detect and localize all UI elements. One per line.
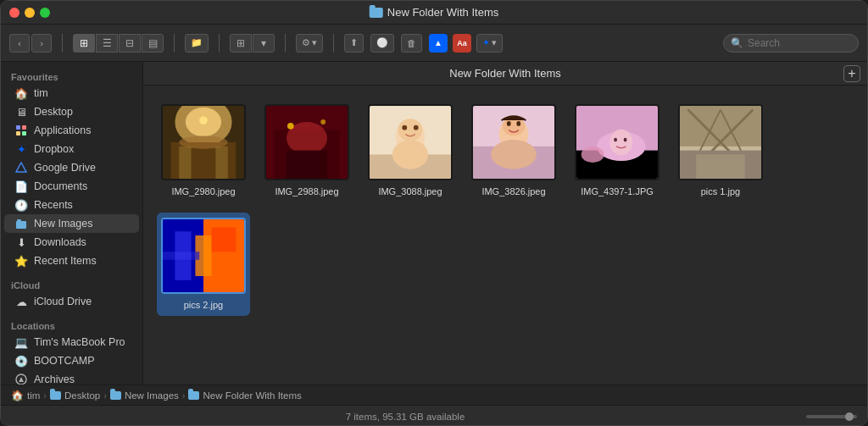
fullscreen-button[interactable] [40,8,50,18]
zoom-thumb [845,412,854,421]
list-view-button[interactable]: ☰ [96,34,118,53]
view-buttons: ⊞ ☰ ⊟ ▤ [73,34,164,53]
separator [62,34,63,53]
zoom-slider[interactable] [806,415,857,418]
files-grid: IMG_2980.jpeg IMG_2988.jpeg [143,86,867,385]
traffic-lights [9,8,50,18]
sidebar: Favourites 🏠 tim 🖥 Desktop Applications … [1,62,143,385]
sidebar-item-icloud-drive[interactable]: ☁ iCloud Drive [4,292,139,311]
sidebar-item-recents[interactable]: 🕐 Recents [4,196,139,214]
file-item[interactable]: pics 1.jpg [674,99,767,202]
svg-point-35 [507,121,511,126]
file-item[interactable]: IMG_2980.jpeg [157,99,250,202]
sidebar-item-label: tim [34,87,48,99]
share-button[interactable]: ⬆ [344,34,364,53]
sidebar-item-recent-items[interactable]: ⭐ Recent Items [4,252,139,270]
file-thumbnail [368,104,453,180]
breadcrumb-home-icon: 🏠 [11,390,24,401]
file-name: pics 2.jpg [181,299,226,311]
sidebar-item-new-images[interactable]: New Images [4,214,139,233]
svg-marker-4 [16,163,26,172]
breadcrumb-new-images[interactable]: New Images [110,390,179,401]
search-box[interactable]: 🔍 [723,34,859,53]
sidebar-item-downloads[interactable]: ⬇ Downloads [4,233,139,252]
dropbox-menu-button[interactable]: ✦ ▾ [476,34,503,53]
breadcrumb-tim[interactable]: tim [27,390,40,401]
svg-rect-52 [696,154,745,179]
svg-rect-13 [179,147,191,179]
file-thumbnail [575,104,659,180]
arrange-view-button[interactable]: ⊞ [230,34,252,53]
svg-point-41 [609,130,632,156]
breadcrumb-sep: › [103,390,107,401]
sidebar-item-label: Recent Items [34,255,97,267]
new-folder-button[interactable]: 📁 [185,34,209,53]
icloud-icon: ☁ [14,295,28,308]
sidebar-item-tim[interactable]: 🏠 tim [4,84,139,102]
back-button[interactable]: ‹ [9,34,30,53]
sidebar-item-label: BOOTCAMP [34,355,95,367]
close-button[interactable] [9,8,19,18]
sidebar-item-dropbox[interactable]: ✦ Dropbox [4,140,139,158]
favourites-label: Favourites [1,69,142,84]
file-item[interactable]: IMG_2988.jpeg [260,99,353,202]
breadcrumb-desktop[interactable]: Desktop [50,390,100,401]
folder-icon-btn: 📁 [191,37,203,48]
titlebar: New Folder With Items [1,1,867,25]
file-item[interactable]: IMG_4397-1.JPG [570,99,664,202]
breadcrumb-sep: › [182,390,186,401]
sidebar-item-archives[interactable]: Archives [4,370,139,385]
svg-point-43 [624,138,627,142]
breadcrumb-current[interactable]: New Folder With Items [188,390,301,401]
svg-point-16 [199,116,208,124]
svg-marker-8 [19,377,24,382]
column-view-button[interactable]: ⊟ [119,34,141,53]
sidebar-item-desktop[interactable]: 🖥 Desktop [4,102,139,121]
sidebar-item-google-drive[interactable]: Google Drive [4,158,139,177]
downloads-icon: ⬇ [14,235,28,249]
file-thumbnail [161,218,246,294]
file-name: IMG_3826.jpeg [478,185,548,197]
minimize-button[interactable] [25,8,35,18]
file-item[interactable]: IMG_3826.jpeg [467,99,560,202]
add-button[interactable]: + [843,65,860,82]
delete-button[interactable]: 🗑 [401,34,422,53]
arrange-down-button[interactable]: ▾ [253,34,275,53]
svg-point-44 [581,147,604,163]
svg-rect-21 [287,151,327,180]
file-thumbnail [471,104,556,180]
sidebar-item-label: Archives [34,373,75,385]
svg-rect-6 [17,219,21,221]
gear-icon: ⚙ [302,37,310,48]
sidebar-item-documents[interactable]: 📄 Documents [4,177,139,196]
documents-icon: 📄 [14,180,28,193]
main-layout: Favourites 🏠 tim 🖥 Desktop Applications … [1,62,867,385]
svg-point-23 [320,119,326,124]
sidebar-item-label: Downloads [34,236,86,248]
file-item[interactable]: pics 2.jpg [157,213,250,316]
gallery-view-button[interactable]: ▤ [142,34,164,53]
svg-rect-58 [212,227,236,252]
svg-point-22 [287,123,294,130]
svg-point-27 [398,119,423,141]
dropbox-app-icon[interactable]: ▲ [429,34,448,53]
breadcrumb-bar: 🏠 tim › Desktop › New Images › New Folde… [1,385,867,405]
file-name: pics 1.jpg [698,185,743,197]
sidebar-item-applications[interactable]: Applications [4,121,139,140]
sidebar-item-bootcamp[interactable]: 💿 BOOTCAMP [4,351,139,370]
file-item[interactable]: IMG_3088.jpeg [364,99,457,202]
gear-chevron: ▾ [312,37,317,48]
forward-button[interactable]: › [31,34,52,53]
icon-view-button[interactable]: ⊞ [73,34,95,53]
sidebar-item-label: New Images [34,218,92,230]
sidebar-item-macbook[interactable]: 💻 Tim's MacBook Pro [4,333,139,351]
action-button[interactable]: ⚙ ▾ [296,34,323,53]
file-thumbnail [678,104,763,180]
separator5 [333,34,334,53]
dictionary-icon[interactable]: Aa [453,34,471,53]
svg-point-42 [614,138,617,142]
sidebar-item-label: Tim's MacBook Pro [34,336,125,348]
folder-icon [110,391,121,400]
tag-button[interactable]: ⚪ [370,34,394,53]
search-input[interactable] [748,37,851,49]
